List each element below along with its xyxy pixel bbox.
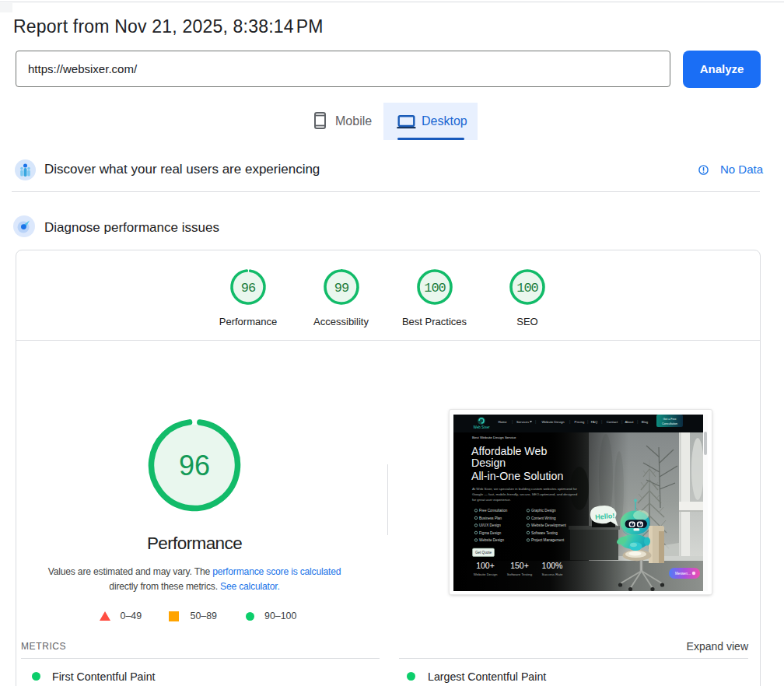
svg-text:Business Plan: Business Plan bbox=[479, 516, 502, 520]
svg-text:99: 99 bbox=[334, 281, 348, 296]
svg-text:UI/UX Design: UI/UX Design bbox=[479, 523, 501, 527]
svg-text:Messen...: Messen... bbox=[675, 572, 691, 576]
svg-text:All-in-One Solution: All-in-One Solution bbox=[471, 470, 563, 482]
svg-text:Web Sixer: Web Sixer bbox=[473, 425, 490, 429]
svg-text:About: About bbox=[625, 420, 635, 424]
svg-text:|: | bbox=[621, 419, 622, 424]
svg-text:|: | bbox=[637, 419, 638, 424]
svg-text:100%: 100% bbox=[542, 561, 563, 570]
svg-text:96: 96 bbox=[241, 281, 256, 296]
svg-text:Consultation: Consultation bbox=[662, 422, 677, 425]
svg-text:Pricing: Pricing bbox=[575, 420, 585, 424]
svg-text:Website Design: Website Design bbox=[479, 538, 505, 542]
svg-text:|: | bbox=[535, 419, 536, 424]
svg-text:Best Website Design Service: Best Website Design Service bbox=[472, 436, 516, 439]
svg-text:Get Quote: Get Quote bbox=[475, 551, 492, 555]
svg-text:Free Consultation: Free Consultation bbox=[479, 509, 508, 513]
svg-text:Software Testing: Software Testing bbox=[507, 572, 533, 576]
svg-text:Website Design: Website Design bbox=[474, 572, 498, 576]
svg-text:96: 96 bbox=[179, 450, 210, 481]
svg-text:Success Rate: Success Rate bbox=[541, 572, 563, 576]
svg-text:Blog: Blog bbox=[642, 420, 649, 424]
svg-text:Software Testing: Software Testing bbox=[531, 531, 558, 535]
svg-text:Services: Services bbox=[516, 420, 529, 424]
svg-text:100+: 100+ bbox=[476, 561, 495, 570]
svg-text:for great user experience.: for great user experience. bbox=[472, 498, 511, 502]
svg-text:Google — fast, mobile-friendly: Google — fast, mobile-friendly, secure, … bbox=[472, 492, 578, 496]
svg-text:|: | bbox=[512, 419, 513, 424]
svg-text:Content Writing: Content Writing bbox=[531, 516, 556, 520]
svg-text:|: | bbox=[587, 419, 588, 424]
svg-text:Get a Free: Get a Free bbox=[663, 418, 676, 421]
svg-text:100: 100 bbox=[516, 281, 538, 296]
svg-text:Affordable Web: Affordable Web bbox=[471, 445, 547, 457]
svg-text:Project Management: Project Management bbox=[531, 538, 565, 542]
svg-text:|: | bbox=[569, 419, 570, 424]
svg-text:Contact: Contact bbox=[607, 420, 618, 424]
svg-text:Figma Design: Figma Design bbox=[479, 531, 502, 535]
svg-text:150+: 150+ bbox=[510, 561, 529, 570]
svg-text:Website Design: Website Design bbox=[541, 420, 565, 424]
svg-text:Design: Design bbox=[471, 457, 506, 469]
svg-text:Website Development: Website Development bbox=[531, 523, 567, 527]
svg-text:Graphic Design: Graphic Design bbox=[531, 509, 556, 513]
svg-text:100: 100 bbox=[424, 281, 446, 296]
svg-text:FAQ: FAQ bbox=[591, 420, 598, 424]
svg-text:At Web Sixer, we specialize in: At Web Sixer, we specialize in building … bbox=[472, 487, 577, 491]
svg-text:|: | bbox=[601, 419, 602, 424]
svg-text:Home: Home bbox=[498, 420, 507, 424]
